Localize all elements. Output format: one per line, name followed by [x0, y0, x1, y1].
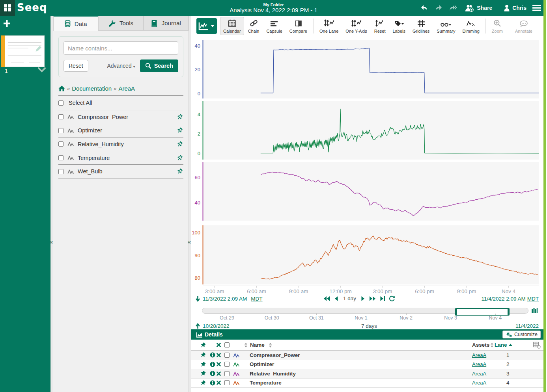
- pin-icon[interactable]: [200, 351, 206, 360]
- details-row[interactable]: Relative_HumidityAreaA3: [191, 369, 547, 379]
- details-row-checkbox[interactable]: [224, 362, 230, 367]
- toolbar-capsule[interactable]: Capsule: [263, 17, 285, 35]
- signal-name[interactable]: Relative_Humidity: [78, 141, 124, 147]
- signal-list-item[interactable]: Wet_Bulb: [58, 165, 183, 178]
- collapse-data-panel[interactable]: «: [189, 16, 191, 392]
- customize-button[interactable]: Customize: [502, 331, 541, 338]
- timezone-link[interactable]: MDT: [251, 296, 262, 302]
- range-start-text[interactable]: 11/3/2022 2:09 AM: [203, 296, 247, 302]
- info-icon[interactable]: [210, 351, 215, 360]
- tab-tools[interactable]: Tools: [98, 16, 143, 31]
- worksheet-thumbnail[interactable]: [1, 35, 45, 67]
- details-row[interactable]: OptimizerAreaA2: [191, 360, 547, 370]
- toolbar-one-y-axis[interactable]: One Y-Axis: [342, 17, 370, 35]
- investigate-end[interactable]: 11/4/2022: [515, 323, 539, 329]
- asset-link[interactable]: AreaA: [472, 371, 486, 377]
- add-column-icon[interactable]: [533, 340, 541, 350]
- details-row-name[interactable]: Compressor_Power: [250, 351, 300, 360]
- pin-icon[interactable]: [176, 141, 183, 148]
- toolbar-reset[interactable]: Reset: [371, 17, 389, 35]
- details-row-name[interactable]: Temperature: [250, 379, 282, 388]
- signal-checkbox[interactable]: [58, 141, 63, 147]
- signal-list-item[interactable]: Temperature: [58, 151, 183, 165]
- toolbar-gridlines[interactable]: Gridlines: [409, 17, 433, 35]
- timezone-link[interactable]: MDT: [527, 296, 539, 302]
- select-all-checkbox[interactable]: [58, 100, 63, 106]
- search-button[interactable]: Search: [140, 59, 178, 72]
- assets-column-header[interactable]: Assets: [472, 340, 489, 350]
- details-row-name[interactable]: Relative_Humidity: [250, 369, 296, 378]
- pin-icon[interactable]: [176, 113, 183, 121]
- remove-icon[interactable]: [217, 351, 221, 360]
- worksheet-chevron-down-icon[interactable]: [38, 67, 46, 72]
- pin-icon[interactable]: [200, 379, 206, 388]
- pin-column-icon[interactable]: [200, 340, 206, 350]
- details-row[interactable]: Compressor_PowerAreaA1: [191, 351, 547, 360]
- pin-icon[interactable]: [200, 369, 206, 378]
- pin-icon[interactable]: [176, 127, 183, 134]
- details-row-checkbox[interactable]: [224, 353, 230, 358]
- signal-name[interactable]: Temperature: [78, 155, 110, 161]
- toolbar-dimming[interactable]: Dimming: [459, 17, 482, 35]
- remove-icon[interactable]: [217, 360, 221, 369]
- tab-data[interactable]: Data: [53, 16, 98, 31]
- toolbar-calendar[interactable]: Calendar: [220, 17, 244, 35]
- signal-name[interactable]: Wet_Bulb: [78, 168, 103, 175]
- toolbar-one-lane[interactable]: One Lane: [316, 17, 342, 35]
- signal-list-item[interactable]: Relative_Humidity: [58, 137, 183, 151]
- selection-left-handle[interactable]: [455, 308, 457, 316]
- signal-checkbox[interactable]: [58, 155, 63, 160]
- signal-checkbox[interactable]: [58, 114, 63, 119]
- refresh-icon[interactable]: [389, 295, 395, 301]
- sort-name-icon[interactable]: [269, 340, 272, 350]
- details-row-checkbox[interactable]: [224, 371, 230, 376]
- signal-list-item[interactable]: Compressor_Power: [58, 110, 183, 124]
- user-menu[interactable]: Chris: [504, 4, 526, 11]
- tab-journal[interactable]: Journal: [144, 16, 189, 31]
- forward-icon[interactable]: [448, 4, 459, 11]
- details-row-name[interactable]: Optimizer: [250, 360, 274, 369]
- details-select-all-checkbox[interactable]: [224, 342, 230, 347]
- step-forward-much-icon[interactable]: [369, 296, 376, 301]
- remove-icon[interactable]: [217, 369, 221, 378]
- remove-column-icon[interactable]: [217, 340, 221, 350]
- breadcrumb-documentation[interactable]: Documentation: [72, 85, 112, 92]
- pin-icon[interactable]: [176, 168, 183, 175]
- signal-name[interactable]: Compressor_Power: [78, 114, 128, 120]
- sort-type-icon[interactable]: [244, 340, 248, 350]
- toolbar-labels[interactable]: Labels: [390, 17, 409, 35]
- step-back-icon[interactable]: [334, 296, 338, 301]
- trend-chart[interactable]: 02040024406080901003:00 am6:00 am9:00 am…: [191, 36, 547, 295]
- undo-icon[interactable]: [420, 4, 429, 11]
- collapse-worksheet-panel[interactable]: «: [50, 16, 53, 392]
- timeline-selection[interactable]: [456, 308, 509, 316]
- timeline-chart-icon[interactable]: [531, 308, 538, 314]
- step-to-end-icon[interactable]: [380, 296, 385, 301]
- step-back-much-icon[interactable]: [323, 296, 330, 301]
- range-end-text[interactable]: 11/4/2022 2:09 AM: [481, 296, 525, 302]
- breadcrumb-areaa[interactable]: AreaA: [118, 85, 135, 92]
- toolbar-chain[interactable]: Chain: [245, 17, 263, 35]
- reset-button[interactable]: Reset: [63, 60, 88, 72]
- info-icon[interactable]: [210, 369, 215, 378]
- name-column-header[interactable]: Name: [250, 340, 265, 350]
- signal-checkbox[interactable]: [58, 128, 63, 133]
- sort-assets-icon[interactable]: [490, 340, 494, 350]
- share-button[interactable]: Share: [464, 4, 492, 12]
- step-forward-icon[interactable]: [361, 296, 365, 301]
- toolbar-compare[interactable]: Compare: [286, 17, 310, 35]
- details-row-checkbox[interactable]: [224, 380, 230, 385]
- search-input[interactable]: [63, 41, 178, 55]
- step-size-label[interactable]: 1 day: [343, 295, 356, 301]
- toolbar-summary[interactable]: Summary: [433, 17, 458, 35]
- selection-right-handle[interactable]: [508, 308, 510, 316]
- sort-lane-asc-icon[interactable]: [508, 340, 513, 350]
- remove-icon[interactable]: [217, 379, 221, 388]
- arrow-down-icon[interactable]: [195, 296, 200, 302]
- details-row[interactable]: TemperatureAreaA4: [191, 379, 547, 388]
- timeline-track[interactable]: [202, 308, 528, 314]
- home-icon[interactable]: [58, 85, 65, 91]
- hamburger-menu-icon[interactable]: [532, 4, 541, 11]
- advanced-link[interactable]: Advanced ▾: [107, 63, 135, 69]
- investigate-duration[interactable]: 7 days: [191, 323, 547, 329]
